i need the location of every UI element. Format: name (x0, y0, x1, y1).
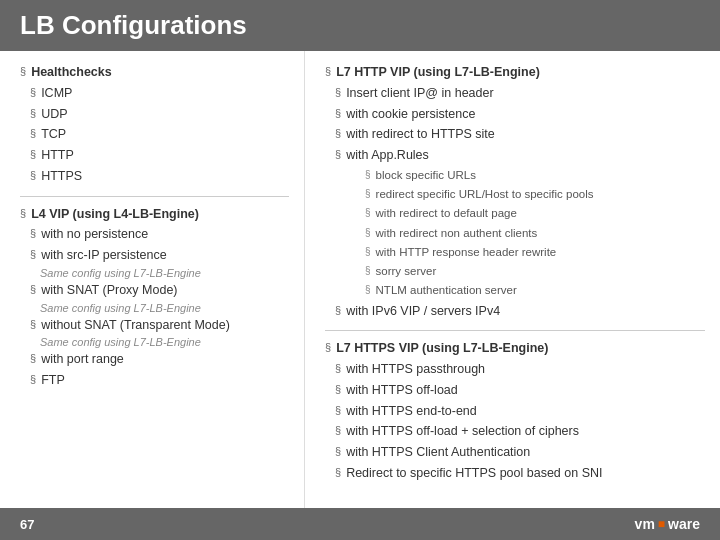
l4vip-label: L4 VIP (using L4-LB-Engine) (31, 205, 199, 224)
list-item: § redirect specific URL/Host to specific… (365, 186, 705, 203)
extra-items: § with port range § FTP (30, 350, 289, 390)
item-label: with IPv6 VIP / servers IPv4 (346, 302, 500, 321)
list-item: § with IPv6 VIP / servers IPv4 (335, 302, 705, 321)
list-item: § TCP (30, 125, 289, 144)
item-label: redirect specific URL/Host to specific p… (376, 186, 594, 203)
item-label: without SNAT (Transparent Mode) (41, 316, 230, 335)
bullet-icon: § (365, 263, 371, 279)
item-label: with App.Rules (346, 146, 429, 165)
list-item: § ICMP (30, 84, 289, 103)
page-title: LB Configurations (20, 10, 700, 41)
ipv6-item: § with IPv6 VIP / servers IPv4 (335, 302, 705, 321)
list-item: § NTLM authentication server (365, 282, 705, 299)
list-item: § with no persistence (30, 225, 289, 244)
bullet-icon: § (30, 371, 36, 389)
list-item: § without SNAT (Transparent Mode) (30, 316, 289, 335)
healthchecks-label: Healthchecks (31, 63, 112, 82)
list-item: § Redirect to specific HTTPS pool based … (335, 464, 705, 483)
item-label: Insert client IP@ in header (346, 84, 494, 103)
no-snat-item: § without SNAT (Transparent Mode) (30, 316, 289, 335)
bullet-icon: § (30, 167, 36, 185)
bullet-icon: § (30, 125, 36, 143)
ware-text: ware (668, 516, 700, 532)
list-item: § HTTPS (30, 167, 289, 186)
bullet-icon: § (365, 225, 371, 241)
item-label: with src-IP persistence (41, 246, 167, 265)
main-content: § Healthchecks § ICMP § UDP § TCP (0, 51, 720, 508)
item-label: with port range (41, 350, 124, 369)
item-label: Redirect to specific HTTPS pool based on… (346, 464, 602, 483)
snat-item: § with SNAT (Proxy Mode) (30, 281, 289, 300)
bullet-icon: § (335, 125, 341, 143)
bullet-icon: § (365, 167, 371, 183)
vm-text: vm (635, 516, 655, 532)
list-item: § sorry server (365, 263, 705, 280)
bullet-icon: § (335, 464, 341, 482)
l7http-title: § L7 HTTP VIP (using L7-LB-Engine) (325, 63, 705, 82)
bullet-icon: § (30, 105, 36, 123)
bullet-icon: § (30, 146, 36, 164)
list-item: § with SNAT (Proxy Mode) (30, 281, 289, 300)
bullet-icon: § (335, 302, 341, 320)
list-item: § with cookie persistence (335, 105, 705, 124)
item-label: with redirect non authent clients (376, 225, 538, 242)
item-label: FTP (41, 371, 65, 390)
l7https-label: L7 HTTPS VIP (using L7-LB-Engine) (336, 339, 548, 358)
healthchecks-title: § Healthchecks (20, 63, 289, 82)
item-label: with redirect to HTTPS site (346, 125, 495, 144)
item-label: with HTTPS off-load (346, 381, 458, 400)
header: LB Configurations (0, 0, 720, 51)
item-label: with cookie persistence (346, 105, 475, 124)
list-item: § HTTP (30, 146, 289, 165)
l7http-label: L7 HTTP VIP (using L7-LB-Engine) (336, 63, 540, 82)
list-item: § with HTTP response header rewrite (365, 244, 705, 261)
list-item: § with src-IP persistence (30, 246, 289, 265)
item-label: with HTTPS Client Authentication (346, 443, 530, 462)
bullet-icon: § (20, 205, 26, 223)
bullet-icon: § (365, 186, 371, 202)
section-l7https: § L7 HTTPS VIP (using L7-LB-Engine) § wi… (325, 339, 705, 482)
page: LB Configurations § Healthchecks § ICMP … (0, 0, 720, 540)
section-l7http: § L7 HTTP VIP (using L7-LB-Engine) § Ins… (325, 63, 705, 320)
list-item: § with HTTPS end-to-end (335, 402, 705, 421)
italic-label-2: Same config using L7-LB-Engine (40, 302, 289, 314)
list-item: § with HTTPS Client Authentication (335, 443, 705, 462)
item-label: sorry server (376, 263, 437, 280)
section-l4vip: § L4 VIP (using L4-LB-Engine) § with no … (20, 205, 289, 390)
list-item: § with redirect to default page (365, 205, 705, 222)
bullet-icon: § (20, 63, 26, 81)
vmware-logo: vm■ware (635, 516, 700, 532)
bullet-icon: § (365, 282, 371, 298)
l4vip-items: § with no persistence § with src-IP pers… (30, 225, 289, 265)
l7http-items: § Insert client IP@ in header § with coo… (335, 84, 705, 165)
item-label: HTTPS (41, 167, 82, 186)
bullet-icon: § (365, 205, 371, 221)
left-column: § Healthchecks § ICMP § UDP § TCP (0, 51, 305, 508)
l7https-title: § L7 HTTPS VIP (using L7-LB-Engine) (325, 339, 705, 358)
italic-label-3: Same config using L7-LB-Engine (40, 336, 289, 348)
bullet-icon: § (335, 443, 341, 461)
bullet-icon: § (335, 84, 341, 102)
item-label: with redirect to default page (376, 205, 517, 222)
divider (20, 196, 289, 197)
page-number: 67 (20, 517, 34, 532)
bullet-icon: § (30, 84, 36, 102)
l7https-items: § with HTTPS passthrough § with HTTPS of… (335, 360, 705, 483)
bullet-icon: § (335, 360, 341, 378)
item-label: TCP (41, 125, 66, 144)
bullet-icon: § (30, 281, 36, 299)
bullet-icon: § (30, 246, 36, 264)
item-label: block specific URLs (376, 167, 476, 184)
list-item: § with App.Rules (335, 146, 705, 165)
list-item: § with HTTPS off-load + selection of cip… (335, 422, 705, 441)
l4vip-title: § L4 VIP (using L4-LB-Engine) (20, 205, 289, 224)
right-column: § L7 HTTP VIP (using L7-LB-Engine) § Ins… (305, 51, 720, 508)
bullet-icon: § (335, 105, 341, 123)
bullet-icon: § (325, 63, 331, 81)
bullet-icon: § (335, 146, 341, 164)
bullet-icon: § (325, 339, 331, 357)
list-item: § UDP (30, 105, 289, 124)
healthchecks-items: § ICMP § UDP § TCP § HTTP (30, 84, 289, 186)
footer: 67 vm■ware (0, 508, 720, 540)
bullet-icon: § (335, 381, 341, 399)
